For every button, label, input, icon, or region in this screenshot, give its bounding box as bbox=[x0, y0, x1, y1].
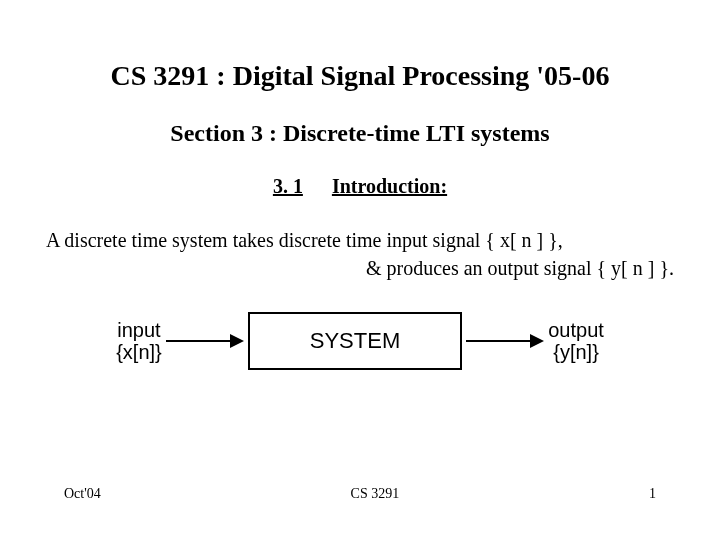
arrow-right-icon bbox=[166, 331, 244, 351]
footer: Oct'04 CS 3291 1 bbox=[0, 486, 720, 502]
input-label-bottom: {x[n]} bbox=[116, 341, 162, 363]
svg-marker-3 bbox=[530, 334, 544, 348]
footer-date: Oct'04 bbox=[64, 486, 101, 502]
output-label-bottom: {y[n]} bbox=[548, 341, 604, 363]
subsection-number: 3. 1 bbox=[273, 175, 303, 197]
arrow-right-icon bbox=[466, 331, 544, 351]
system-diagram: input {x[n]} SYSTEM output {y[n]} bbox=[40, 312, 680, 370]
course-title: CS 3291 : Digital Signal Processing '05-… bbox=[40, 60, 680, 92]
footer-course: CS 3291 bbox=[351, 486, 400, 502]
output-label: output {y[n]} bbox=[548, 319, 604, 363]
input-label-top: input bbox=[116, 319, 162, 341]
section-title: Section 3 : Discrete-time LTI systems bbox=[40, 120, 680, 147]
svg-marker-1 bbox=[230, 334, 244, 348]
body-paragraph: A discrete time system takes discrete ti… bbox=[40, 226, 680, 282]
input-label: input {x[n]} bbox=[116, 319, 162, 363]
slide: CS 3291 : Digital Signal Processing '05-… bbox=[0, 0, 720, 370]
body-line-2: & produces an output signal { y[ n ] }. bbox=[46, 254, 674, 282]
output-label-top: output bbox=[548, 319, 604, 341]
body-line-1: A discrete time system takes discrete ti… bbox=[46, 226, 674, 254]
footer-page-number: 1 bbox=[649, 486, 656, 502]
subsection-label: Introduction: bbox=[332, 175, 447, 197]
system-box: SYSTEM bbox=[248, 312, 462, 370]
subsection-heading: 3. 1 Introduction: bbox=[40, 175, 680, 198]
